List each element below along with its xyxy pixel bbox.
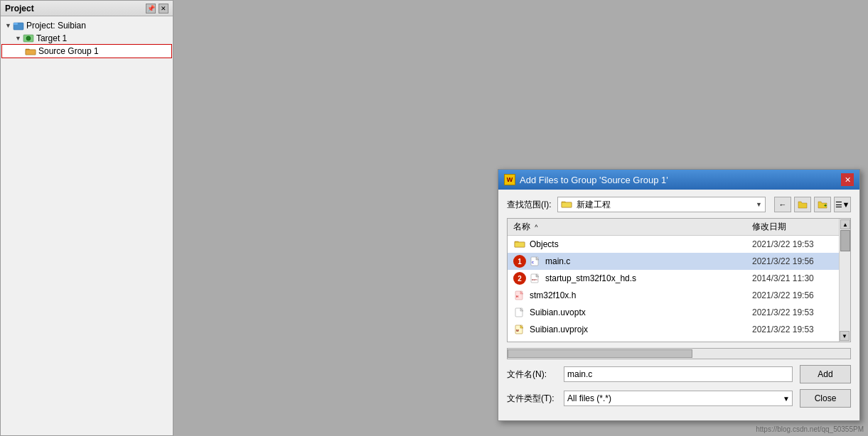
project-panel-title: Project xyxy=(5,4,34,13)
scroll-down-button[interactable]: ▼ xyxy=(840,331,850,341)
project-titlebar: Project 📌 ✕ xyxy=(1,1,173,16)
svg-rect-4 xyxy=(26,50,36,55)
tree-item-label: Project: Suibian xyxy=(26,21,86,31)
filename-row: 文件名(N): Add xyxy=(507,365,851,383)
filetype-label: 文件类型(T): xyxy=(507,393,564,405)
dialog-close-button[interactable]: ✕ xyxy=(841,173,854,186)
file-date: 2021/3/22 19:53 xyxy=(752,325,845,334)
project-tree: ▼ Project: Suibian ▼ Target 1 xyxy=(1,16,173,435)
tree-item-label: Source Group 1 xyxy=(38,46,99,56)
vertical-scrollbar[interactable]: ▲ ▼ xyxy=(839,219,850,342)
new-folder-button[interactable]: + xyxy=(814,197,831,212)
file-list-body[interactable]: Objects 2021/3/22 19:53 1 C main.c 2021/ xyxy=(508,236,850,341)
view-menu-button[interactable]: ☰▼ xyxy=(834,197,851,212)
uvoptx-file-icon xyxy=(513,307,526,318)
filename-input[interactable] xyxy=(564,366,793,382)
target-icon xyxy=(23,33,34,43)
add-button[interactable]: Add xyxy=(800,365,851,383)
current-folder-name: 新建工程 xyxy=(577,199,611,211)
panel-icons: 📌 ✕ xyxy=(146,4,168,13)
tree-item-target1[interactable]: ▼ Target 1 xyxy=(2,32,171,45)
combo-dropdown-arrow: ▼ xyxy=(756,201,762,208)
svg-text:+: + xyxy=(824,203,827,208)
folder-icon xyxy=(25,46,36,56)
file-date: 2021/3/22 19:56 xyxy=(752,256,845,266)
add-files-dialog: W Add Files to Group 'Source Group 1' ✕ … xyxy=(498,169,860,421)
file-name: main.c xyxy=(545,256,752,266)
dialog-toolbar: 查找范围(I): 新建工程 ▼ ← xyxy=(507,197,851,212)
tree-item-project-root[interactable]: ▼ Project: Suibian xyxy=(2,19,171,32)
svg-text:C: C xyxy=(532,261,534,264)
watermark: https://blog.csdn.net/qq_50355PM xyxy=(756,425,864,433)
svg-point-3 xyxy=(26,36,31,40)
expand-arrow: ▼ xyxy=(5,22,11,29)
file-date: 2021/3/22 19:53 xyxy=(752,307,845,317)
badge-1: 1 xyxy=(513,255,526,268)
project-icon xyxy=(13,21,24,31)
file-date: 2021/3/22 19:53 xyxy=(752,239,845,249)
svg-text:W: W xyxy=(516,329,519,332)
file-row[interactable]: 1 C main.c 2021/3/22 19:56 xyxy=(508,253,850,270)
filetype-row: 文件类型(T): All files (*.*) ▼ Close xyxy=(507,389,851,408)
file-name: Suibian.uvoptx xyxy=(530,307,752,317)
svg-text:asm: asm xyxy=(532,278,537,281)
file-list-header: 名称 ^ 修改日期 xyxy=(508,219,850,236)
folder-icon xyxy=(513,239,526,250)
dialog-body: 查找范围(I): 新建工程 ▼ ← xyxy=(498,190,859,420)
svg-text:H: H xyxy=(516,295,518,298)
folder-combo[interactable]: 新建工程 ▼ xyxy=(557,197,766,212)
h-scroll-track xyxy=(508,349,850,359)
filetype-select[interactable]: All files (*.*) xyxy=(564,391,793,406)
file-name: startup_stm32f10x_hd.s xyxy=(545,273,752,283)
file-date: 2021/3/22 19:56 xyxy=(752,290,845,300)
svg-rect-7 xyxy=(515,242,525,247)
badge-2: 2 xyxy=(513,272,526,285)
panel-close-icon[interactable]: ✕ xyxy=(159,4,168,13)
tree-item-source-group1[interactable]: Source Group 1 xyxy=(2,45,171,58)
keil-logo-icon: W xyxy=(504,174,515,185)
dialog-title: Add Files to Group 'Source Group 1' xyxy=(520,175,668,185)
find-range-label: 查找范围(I): xyxy=(507,199,552,211)
project-panel: Project 📌 ✕ ▼ Project: Suibian ▼ xyxy=(0,0,173,436)
scroll-up-button[interactable]: ▲ xyxy=(840,219,850,229)
expand-arrow: ▼ xyxy=(15,35,21,42)
col-name-header: 名称 ^ xyxy=(513,221,752,233)
filetype-select-wrapper: All files (*.*) ▼ xyxy=(564,391,793,406)
close-button[interactable]: Close xyxy=(800,389,851,408)
file-list-container: 名称 ^ 修改日期 Objects 2021/3/22 19:53 xyxy=(507,218,851,342)
file-row[interactable]: H stm32f10x.h 2021/3/22 19:56 xyxy=(508,287,850,304)
svg-rect-1 xyxy=(14,23,18,25)
col-date-header: 修改日期 xyxy=(752,221,845,233)
file-row[interactable]: 2 asm startup_stm32f10x_hd.s 2014/3/21 1… xyxy=(508,270,850,287)
filename-label: 文件名(N): xyxy=(507,369,564,381)
panel-pin-icon[interactable]: 📌 xyxy=(146,4,156,13)
nav-back-button[interactable]: ← xyxy=(774,197,791,212)
nav-folder-button[interactable] xyxy=(794,197,811,212)
file-row[interactable]: Objects 2021/3/22 19:53 xyxy=(508,236,850,253)
horizontal-scrollbar[interactable] xyxy=(507,348,851,359)
file-date: 2014/3/21 11:30 xyxy=(752,273,845,283)
sort-arrow: ^ xyxy=(535,224,537,231)
c-file-icon: C xyxy=(529,256,542,267)
file-row[interactable]: W Suibian.uvprojx 2021/3/22 19:53 xyxy=(508,321,850,338)
dialog-titlebar: W Add Files to Group 'Source Group 1' ✕ xyxy=(498,170,859,190)
folder-icon-small xyxy=(561,200,572,209)
tree-item-label: Target 1 xyxy=(36,33,67,43)
h-file-icon: H xyxy=(513,290,526,301)
keil-proj-icon: W xyxy=(513,324,526,335)
file-name: stm32f10x.h xyxy=(530,290,752,300)
svg-rect-5 xyxy=(562,202,572,207)
h-scroll-thumb[interactable] xyxy=(508,349,692,358)
file-row[interactable]: Suibian.uvoptx 2021/3/22 19:53 xyxy=(508,304,850,321)
scroll-thumb[interactable] xyxy=(840,230,850,251)
file-name: Suibian.uvprojx xyxy=(530,325,752,334)
asm-file-icon: asm xyxy=(529,273,542,284)
file-name: Objects xyxy=(530,239,752,249)
